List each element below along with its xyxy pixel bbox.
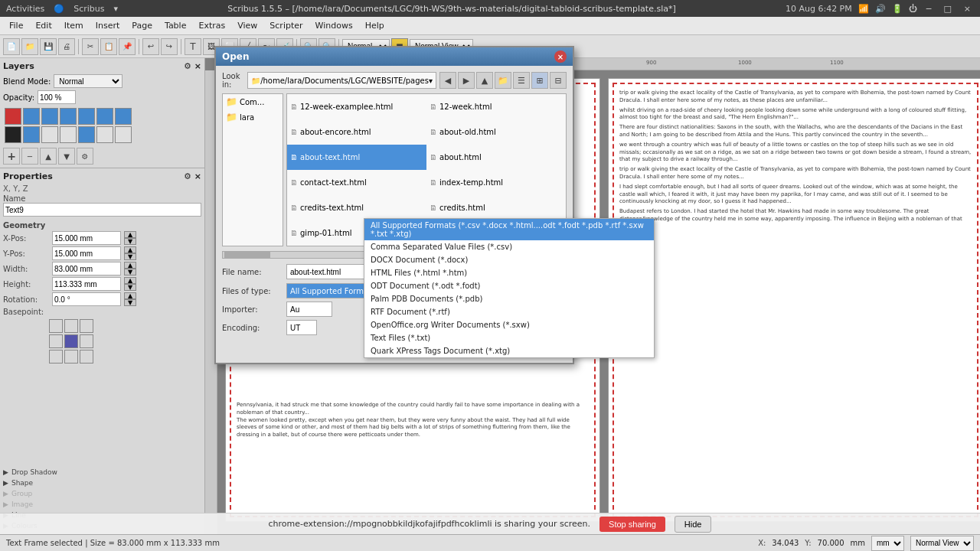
filetype-option-txt[interactable]: Text Files (*.txt) — [364, 331, 654, 344]
layer-swatch-blue7[interactable] — [23, 126, 40, 143]
print-btn[interactable]: 🖨 — [58, 38, 75, 55]
layer-swatch-light3[interactable] — [96, 126, 113, 143]
file-about-encore[interactable]: 🗎 about-encore.html — [287, 119, 426, 145]
layer-swatch-blue3[interactable] — [60, 108, 77, 125]
layer-swatch-blue4[interactable] — [78, 108, 95, 125]
basepoint-tl[interactable] — [49, 319, 63, 333]
layer-swatch-blue8[interactable] — [78, 126, 95, 143]
importer-input[interactable] — [286, 302, 332, 317]
activities-label[interactable]: Activities — [6, 4, 44, 14]
file-12week-examplee[interactable]: 🗎 12-week-examplee.html — [287, 94, 426, 119]
nav-forward-btn[interactable]: ▶ — [458, 72, 475, 89]
menu-table[interactable]: Table — [158, 19, 192, 32]
window-minimize-btn[interactable]: ─ — [923, 4, 935, 14]
file-credits[interactable]: 🗎 credits.html — [426, 195, 566, 220]
menu-edit[interactable]: Edit — [29, 19, 57, 32]
copy-btn[interactable]: 📋 — [100, 38, 117, 55]
encoding-input[interactable] — [286, 320, 317, 335]
nav-detail-btn[interactable]: ⊞ — [531, 72, 548, 89]
filetype-option-csv[interactable]: Comma Separated Value Files (*.csv) — [364, 240, 654, 253]
group-toggle[interactable]: ▶Group — [3, 488, 201, 499]
xpos-down-btn[interactable]: ▼ — [124, 238, 136, 245]
nav-new-folder-btn[interactable]: 📁 — [495, 72, 511, 89]
add-layer-btn[interactable]: + — [3, 148, 20, 165]
dialog-close-btn[interactable]: × — [554, 51, 567, 63]
layer-swatch-light1[interactable] — [41, 126, 58, 143]
basepoint-bc[interactable] — [64, 350, 78, 364]
menu-file[interactable]: File — [3, 19, 29, 32]
cut-btn[interactable]: ✂ — [82, 38, 99, 55]
width-up-btn[interactable]: ▲ — [124, 262, 136, 269]
basepoint-br[interactable] — [80, 350, 93, 364]
stop-sharing-btn[interactable]: Stop sharing — [599, 517, 665, 532]
menu-windows[interactable]: Windows — [309, 19, 359, 32]
opacity-input[interactable] — [38, 90, 76, 104]
menu-view[interactable]: View — [231, 19, 263, 32]
shape-toggle[interactable]: ▶Shape — [3, 478, 201, 488]
basepoint-bl[interactable] — [49, 350, 63, 364]
ypos-up-btn[interactable]: ▲ — [124, 246, 136, 253]
look-in-dropdown-arrow[interactable]: ▾ — [429, 77, 433, 85]
layer-swatch-red1[interactable] — [5, 108, 21, 125]
drop-shadow-toggle[interactable]: ▶Drop Shadow — [3, 467, 201, 478]
nav-up-btn[interactable]: ▲ — [476, 72, 493, 89]
blend-mode-select[interactable]: Normal — [54, 74, 122, 88]
layer-swatch-blue2[interactable] — [41, 108, 58, 125]
hide-btn[interactable]: Hide — [675, 516, 712, 533]
ypos-down-btn[interactable]: ▼ — [124, 253, 136, 260]
basepoint-mr[interactable] — [80, 334, 93, 348]
basepoint-tc[interactable] — [64, 319, 78, 333]
filetype-option-html[interactable]: HTML Files (*.html *.htm) — [364, 266, 654, 279]
menu-page[interactable]: Page — [126, 19, 158, 32]
folder-lara[interactable]: 📁 lara — [223, 109, 283, 125]
menu-help[interactable]: Help — [359, 19, 390, 32]
menu-item[interactable]: Item — [58, 19, 90, 32]
paste-btn[interactable]: 📌 — [119, 38, 136, 55]
undo-btn[interactable]: ↩ — [142, 38, 159, 55]
rotation-up-btn[interactable]: ▲ — [124, 292, 136, 299]
scribus-name[interactable]: Scribus — [74, 4, 104, 14]
save-btn[interactable]: 💾 — [40, 38, 57, 55]
filetype-option-all-supported[interactable]: All Supported Formats (*.csv *.docx *.ht… — [364, 219, 654, 240]
scrollbar-thumb[interactable] — [224, 252, 270, 258]
basepoint-tr[interactable] — [80, 319, 93, 333]
layer-up-btn[interactable]: ▲ — [40, 148, 57, 165]
file-credits-text[interactable]: 🗎 credits-text.html — [287, 195, 426, 220]
unit-select[interactable]: mm in — [871, 536, 904, 551]
xpos-input[interactable] — [52, 231, 121, 245]
nav-list-btn[interactable]: ☰ — [513, 72, 530, 89]
ypos-input[interactable] — [52, 246, 121, 260]
file-about-old[interactable]: 🗎 about-old.html — [426, 119, 566, 145]
layer-settings-btn[interactable]: ⚙ — [77, 148, 93, 165]
file-about-text[interactable]: 🗎 about-text.html — [287, 145, 426, 170]
file-about[interactable]: 🗎 about.html — [426, 145, 566, 170]
view-label-select[interactable]: Normal View — [910, 536, 974, 551]
height-down-btn[interactable]: ▼ — [124, 284, 136, 291]
width-down-btn[interactable]: ▼ — [124, 269, 136, 276]
layer-swatch-light4[interactable] — [115, 126, 132, 143]
image-toggle[interactable]: ▶Image — [3, 499, 201, 510]
folder-com[interactable]: 📁 Com... — [223, 94, 283, 109]
name-input[interactable] — [3, 203, 201, 217]
menu-extras[interactable]: Extras — [192, 19, 231, 32]
window-close-btn[interactable]: × — [961, 4, 974, 14]
filetype-option-odt[interactable]: ODT Document (*.odt *.fodt) — [364, 279, 654, 292]
layer-swatch-blue1[interactable] — [23, 108, 40, 125]
height-input[interactable] — [52, 277, 121, 291]
window-maximize-btn[interactable]: □ — [940, 4, 954, 14]
file-index-temp[interactable]: 🗎 index-temp.html — [426, 170, 566, 195]
width-input[interactable] — [52, 262, 121, 276]
remove-layer-btn[interactable]: − — [21, 148, 38, 165]
basepoint-ml[interactable] — [49, 334, 63, 348]
filetype-option-sxw[interactable]: OpenOffice.org Writer Documents (*.sxw) — [364, 318, 654, 331]
menu-insert[interactable]: Insert — [90, 19, 126, 32]
layer-swatch-blue5[interactable] — [96, 108, 113, 125]
text-tool[interactable]: T — [185, 38, 201, 55]
menu-scripter[interactable]: Scripter — [263, 19, 309, 32]
nav-options-btn[interactable]: ⊟ — [550, 72, 567, 89]
scribus-dropdown-arrow[interactable]: ▾ — [113, 4, 118, 14]
layer-swatch-blue6[interactable] — [115, 108, 132, 125]
layer-swatch-light2[interactable] — [60, 126, 77, 143]
file-contact-text[interactable]: 🗎 contact-text.html — [287, 170, 426, 195]
filetype-option-xtg[interactable]: Quark XPress Tags Document (*.xtg) — [364, 344, 654, 357]
